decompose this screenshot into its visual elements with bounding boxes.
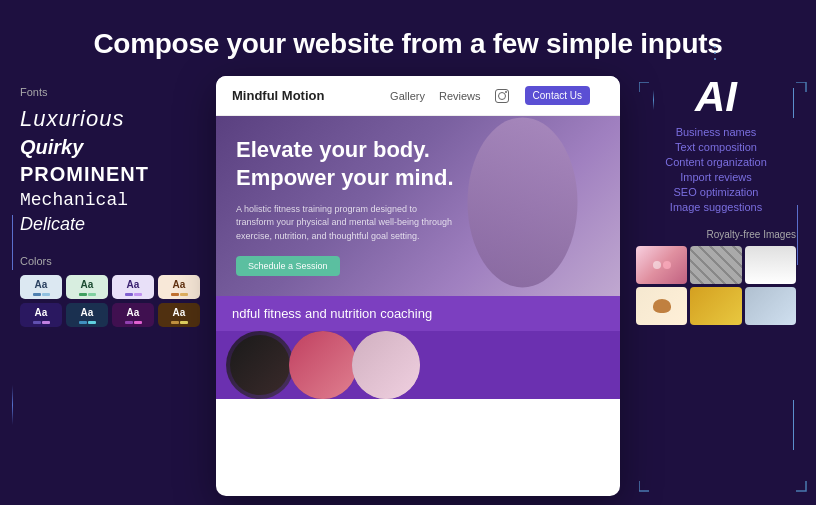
img-macarons[interactable]: [636, 246, 687, 284]
ai-section: AI Business names Text composition Conte…: [636, 76, 796, 325]
preview-hero: Elevate your body.Empower your mind. A h…: [216, 116, 620, 296]
ai-feature-5: SEO optimization: [636, 186, 796, 198]
images-grid: [636, 246, 796, 325]
img-dog[interactable]: [636, 287, 687, 325]
hero-title: Elevate your body.Empower your mind.: [236, 136, 456, 193]
font-delicate[interactable]: Delicate: [20, 214, 200, 235]
swatch-1-2[interactable]: Aa: [66, 275, 108, 299]
circle-person: [352, 331, 420, 399]
preview-logo: Mindful Motion: [232, 88, 390, 103]
ai-feature-4: Import reviews: [636, 171, 796, 183]
preview-bottom-text: ndful fitness and nutrition coaching: [232, 306, 432, 321]
hero-cta-button[interactable]: Schedule a Session: [236, 256, 340, 276]
img-legs[interactable]: [745, 287, 796, 325]
nav-gallery[interactable]: Gallery: [390, 90, 425, 102]
deco-vline-1: [653, 90, 654, 110]
color-row-1: Aa Aa Aa Aa: [20, 275, 200, 299]
ai-feature-3: Content organization: [636, 156, 796, 168]
font-luxurious[interactable]: Luxurious: [20, 106, 200, 132]
img-runner[interactable]: [745, 246, 796, 284]
deco-dots-1: [714, 46, 716, 60]
preview-bottom-bar: ndful fitness and nutrition coaching: [216, 296, 620, 331]
preview-circles-row: [216, 331, 620, 399]
ai-feature-2: Text composition: [636, 141, 796, 153]
deco-bracket-top: [639, 82, 651, 94]
ai-badge: AI: [636, 76, 796, 118]
deco-vline-2: [12, 385, 13, 425]
circle-food: [226, 331, 294, 399]
hero-subtitle: A holistic fitness training program desi…: [236, 203, 456, 244]
swatch-2-3[interactable]: Aa: [112, 303, 154, 327]
contact-button[interactable]: Contact Us: [525, 86, 590, 105]
color-row-2: Aa Aa Aa Aa: [20, 303, 200, 327]
ai-feature-6: Image suggestions: [636, 201, 796, 213]
font-prominent[interactable]: Prominent: [20, 163, 200, 186]
preview-nav-links: Gallery Reviews Contact Us: [390, 86, 590, 105]
deco-line-left-mid: [12, 215, 13, 270]
hero-person: [440, 116, 590, 296]
website-preview: Mindful Motion Gallery Reviews Contact U…: [216, 76, 620, 496]
ai-features-list: Business names Text composition Content …: [636, 126, 796, 213]
swatch-1-1[interactable]: Aa: [20, 275, 62, 299]
main-content: Fonts Luxurious Quirky Prominent Mechani…: [0, 76, 816, 496]
fonts-label: Fonts: [20, 86, 200, 98]
swatch-2-1[interactable]: Aa: [20, 303, 62, 327]
swatch-1-3[interactable]: Aa: [112, 275, 154, 299]
left-panel: Fonts Luxurious Quirky Prominent Mechani…: [20, 76, 200, 496]
page-title: Compose your website from a few simple i…: [20, 28, 796, 60]
img-stairs[interactable]: [690, 246, 741, 284]
deco-line-right-bottom: [793, 400, 794, 450]
instagram-icon[interactable]: [495, 89, 509, 103]
swatch-2-2[interactable]: Aa: [66, 303, 108, 327]
images-label: Royalty-free Images: [636, 229, 796, 240]
font-quirky[interactable]: Quirky: [20, 136, 200, 159]
deco-bracket-top-right: [796, 82, 808, 94]
fonts-list: Luxurious Quirky Prominent Mechanical De…: [20, 106, 200, 235]
preview-nav: Mindful Motion Gallery Reviews Contact U…: [216, 76, 620, 116]
swatch-1-4[interactable]: Aa: [158, 275, 200, 299]
swatch-2-4[interactable]: Aa: [158, 303, 200, 327]
images-section: Royalty-free Images: [636, 229, 796, 325]
ai-feature-1: Business names: [636, 126, 796, 138]
header: Compose your website from a few simple i…: [0, 0, 816, 76]
deco-bracket-bot-right: [796, 481, 808, 493]
img-chair[interactable]: [690, 287, 741, 325]
nav-reviews[interactable]: Reviews: [439, 90, 481, 102]
hero-content: Elevate your body.Empower your mind. A h…: [236, 136, 456, 277]
colors-label: Colors: [20, 255, 200, 267]
right-panel: AI Business names Text composition Conte…: [636, 76, 796, 496]
circle-fitness: [289, 331, 357, 399]
font-mechanical[interactable]: Mechanical: [20, 190, 200, 210]
deco-bracket-bot-left: [639, 481, 651, 493]
deco-line-right-mid: [797, 205, 798, 265]
